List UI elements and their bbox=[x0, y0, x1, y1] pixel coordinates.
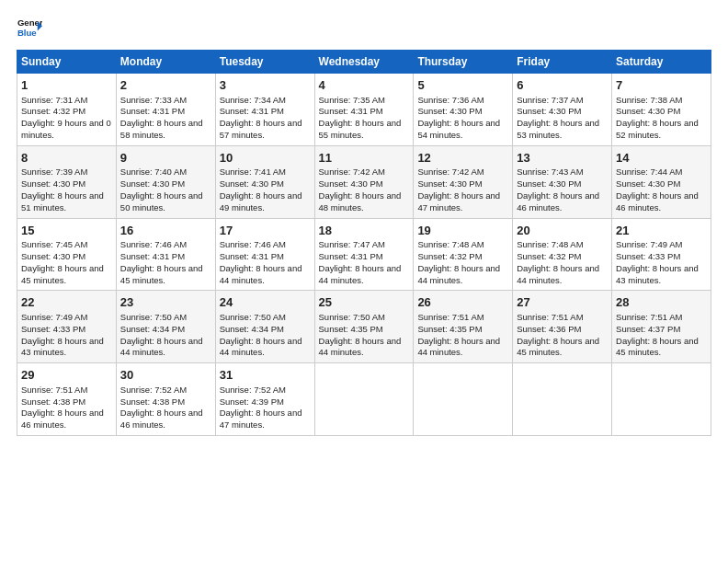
daylight: Daylight: 8 hours and 44 minutes. bbox=[517, 263, 599, 285]
cell-week1-day2: 3Sunrise: 7:34 AMSunset: 4:31 PMDaylight… bbox=[215, 74, 314, 146]
daylight: Daylight: 8 hours and 44 minutes. bbox=[220, 263, 302, 285]
sunset: Sunset: 4:39 PM bbox=[220, 396, 284, 407]
sunset: Sunset: 4:31 PM bbox=[120, 251, 185, 261]
daylight: Daylight: 9 hours and 0 minutes. bbox=[21, 118, 111, 140]
cell-week1-day5: 6Sunrise: 7:37 AMSunset: 4:30 PMDaylight… bbox=[513, 74, 612, 146]
week-row-1: 1Sunrise: 7:31 AMSunset: 4:32 PMDaylight… bbox=[17, 74, 711, 146]
cell-week2-day3: 11Sunrise: 7:42 AMSunset: 4:30 PMDayligh… bbox=[314, 145, 414, 218]
sunset: Sunset: 4:33 PM bbox=[21, 324, 85, 334]
sunrise: Sunrise: 7:45 AM bbox=[21, 239, 87, 249]
daylight: Daylight: 8 hours and 50 minutes. bbox=[120, 190, 203, 213]
cell-week5-day5 bbox=[513, 363, 612, 436]
sunrise: Sunrise: 7:34 AM bbox=[220, 95, 286, 105]
cell-week2-day5: 13Sunrise: 7:43 AMSunset: 4:30 PMDayligh… bbox=[513, 145, 612, 218]
daylight: Daylight: 8 hours and 43 minutes. bbox=[616, 263, 699, 285]
sunrise: Sunrise: 7:52 AM bbox=[220, 385, 286, 395]
cell-week4-day6: 28Sunrise: 7:51 AMSunset: 4:37 PMDayligh… bbox=[612, 291, 711, 363]
cell-week1-day6: 7Sunrise: 7:38 AMSunset: 4:30 PMDaylight… bbox=[612, 74, 711, 146]
daylight: Daylight: 8 hours and 51 minutes. bbox=[21, 190, 104, 213]
col-header-sunday: Sunday bbox=[17, 51, 117, 74]
sunrise: Sunrise: 7:36 AM bbox=[417, 95, 483, 105]
sunrise: Sunrise: 7:43 AM bbox=[517, 167, 583, 177]
sunset: Sunset: 4:30 PM bbox=[21, 178, 85, 189]
sunrise: Sunrise: 7:31 AM bbox=[21, 95, 87, 105]
logo-icon: General Blue bbox=[17, 15, 42, 40]
daylight: Daylight: 8 hours and 52 minutes. bbox=[616, 118, 699, 140]
day-number: 18 bbox=[319, 223, 410, 239]
day-number: 30 bbox=[120, 367, 211, 384]
daylight: Daylight: 8 hours and 46 minutes. bbox=[616, 190, 699, 213]
cell-week2-day1: 9Sunrise: 7:40 AMSunset: 4:30 PMDaylight… bbox=[116, 145, 215, 218]
cell-week3-day3: 18Sunrise: 7:47 AMSunset: 4:31 PMDayligh… bbox=[314, 218, 414, 291]
sunset: Sunset: 4:31 PM bbox=[319, 106, 383, 116]
sunrise: Sunrise: 7:50 AM bbox=[120, 312, 187, 322]
daylight: Daylight: 8 hours and 44 minutes. bbox=[120, 336, 203, 358]
cell-week3-day0: 15Sunrise: 7:45 AMSunset: 4:30 PMDayligh… bbox=[17, 218, 117, 291]
day-number: 3 bbox=[220, 77, 311, 94]
cell-week4-day5: 27Sunrise: 7:51 AMSunset: 4:36 PMDayligh… bbox=[513, 291, 612, 363]
day-number: 16 bbox=[120, 223, 211, 239]
sunset: Sunset: 4:31 PM bbox=[319, 251, 383, 261]
col-header-thursday: Thursday bbox=[414, 51, 513, 74]
day-number: 20 bbox=[517, 223, 608, 239]
cell-week4-day0: 22Sunrise: 7:49 AMSunset: 4:33 PMDayligh… bbox=[17, 291, 117, 363]
sunrise: Sunrise: 7:46 AM bbox=[120, 239, 187, 249]
sunset: Sunset: 4:30 PM bbox=[319, 178, 383, 189]
sunset: Sunset: 4:35 PM bbox=[319, 324, 383, 334]
day-number: 27 bbox=[517, 294, 608, 311]
cell-week3-day2: 17Sunrise: 7:46 AMSunset: 4:31 PMDayligh… bbox=[215, 218, 314, 291]
sunrise: Sunrise: 7:48 AM bbox=[417, 239, 483, 249]
sunrise: Sunrise: 7:37 AM bbox=[517, 95, 583, 105]
sunset: Sunset: 4:32 PM bbox=[517, 251, 581, 261]
sunrise: Sunrise: 7:42 AM bbox=[319, 167, 385, 177]
day-number: 4 bbox=[319, 77, 410, 94]
daylight: Daylight: 8 hours and 57 minutes. bbox=[220, 118, 302, 140]
cell-week5-day4 bbox=[414, 363, 513, 436]
sunset: Sunset: 4:30 PM bbox=[616, 178, 680, 189]
sunrise: Sunrise: 7:52 AM bbox=[120, 385, 187, 395]
page-container: General Blue SundayMondayTuesdayWednesda… bbox=[0, 0, 728, 445]
cell-week5-day0: 29Sunrise: 7:51 AMSunset: 4:38 PMDayligh… bbox=[17, 363, 117, 436]
cell-week5-day2: 31Sunrise: 7:52 AMSunset: 4:39 PMDayligh… bbox=[215, 363, 314, 436]
sunset: Sunset: 4:36 PM bbox=[517, 324, 581, 334]
logo: General Blue bbox=[17, 15, 42, 40]
sunset: Sunset: 4:31 PM bbox=[220, 106, 284, 116]
cell-week1-day4: 5Sunrise: 7:36 AMSunset: 4:30 PMDaylight… bbox=[414, 74, 513, 146]
daylight: Daylight: 8 hours and 46 minutes. bbox=[517, 190, 599, 213]
day-number: 17 bbox=[220, 223, 311, 239]
day-number: 21 bbox=[616, 223, 707, 239]
sunset: Sunset: 4:30 PM bbox=[417, 178, 482, 189]
sunset: Sunset: 4:33 PM bbox=[616, 251, 680, 261]
col-header-monday: Monday bbox=[116, 51, 215, 74]
cell-week5-day3 bbox=[314, 363, 414, 436]
col-header-tuesday: Tuesday bbox=[215, 51, 314, 74]
sunset: Sunset: 4:38 PM bbox=[120, 396, 185, 407]
sunset: Sunset: 4:30 PM bbox=[417, 106, 482, 116]
cell-week4-day4: 26Sunrise: 7:51 AMSunset: 4:35 PMDayligh… bbox=[414, 291, 513, 363]
sunset: Sunset: 4:30 PM bbox=[21, 251, 85, 261]
daylight: Daylight: 8 hours and 49 minutes. bbox=[220, 190, 302, 213]
daylight: Daylight: 8 hours and 48 minutes. bbox=[319, 190, 402, 213]
sunset: Sunset: 4:34 PM bbox=[120, 324, 185, 334]
daylight: Daylight: 8 hours and 44 minutes. bbox=[417, 336, 500, 358]
header: General Blue bbox=[17, 15, 711, 40]
day-number: 19 bbox=[417, 223, 508, 239]
daylight: Daylight: 8 hours and 44 minutes. bbox=[220, 336, 302, 358]
sunrise: Sunrise: 7:49 AM bbox=[616, 239, 682, 249]
cell-week3-day4: 19Sunrise: 7:48 AMSunset: 4:32 PMDayligh… bbox=[414, 218, 513, 291]
week-row-5: 29Sunrise: 7:51 AMSunset: 4:38 PMDayligh… bbox=[17, 363, 711, 436]
sunrise: Sunrise: 7:51 AM bbox=[417, 312, 483, 322]
daylight: Daylight: 8 hours and 58 minutes. bbox=[120, 118, 203, 140]
sunset: Sunset: 4:31 PM bbox=[220, 251, 284, 261]
cell-week3-day1: 16Sunrise: 7:46 AMSunset: 4:31 PMDayligh… bbox=[116, 218, 215, 291]
day-number: 8 bbox=[21, 150, 112, 167]
day-number: 9 bbox=[120, 150, 211, 167]
day-number: 5 bbox=[417, 77, 508, 94]
day-number: 13 bbox=[517, 150, 608, 167]
sunrise: Sunrise: 7:39 AM bbox=[21, 167, 87, 177]
cell-week2-day4: 12Sunrise: 7:42 AMSunset: 4:30 PMDayligh… bbox=[414, 145, 513, 218]
cell-week3-day6: 21Sunrise: 7:49 AMSunset: 4:33 PMDayligh… bbox=[612, 218, 711, 291]
day-number: 12 bbox=[417, 150, 508, 167]
cell-week4-day2: 24Sunrise: 7:50 AMSunset: 4:34 PMDayligh… bbox=[215, 291, 314, 363]
col-header-friday: Friday bbox=[513, 51, 612, 74]
